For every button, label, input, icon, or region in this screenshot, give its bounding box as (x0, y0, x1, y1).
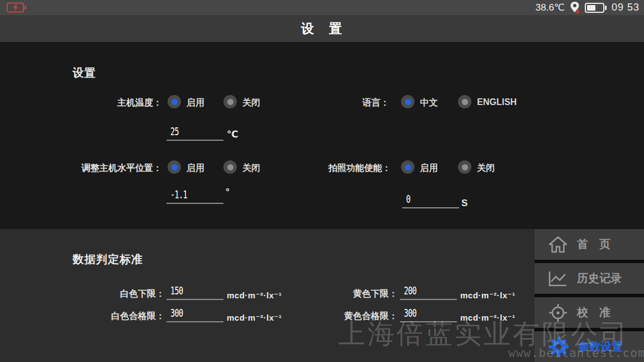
settings-section-title: 设置 (73, 65, 96, 80)
host-temp-unit: ℃ (227, 128, 238, 140)
white-pass-label: 白色合格限： (64, 311, 165, 322)
page-title: 设 置 (301, 20, 343, 37)
photo-disable-label[interactable]: 关闭 (477, 163, 495, 174)
language-en-radio[interactable] (458, 95, 471, 108)
host-temp-input[interactable]: 25 (166, 125, 223, 141)
photo-disable-radio[interactable] (458, 160, 471, 174)
status-bar: 38.6℃ 09 53 (0, 0, 644, 15)
white-pass-value: 300 (170, 306, 183, 320)
host-temp-value: 25 (170, 125, 179, 138)
yellow-lower-label: 黄色下限： (308, 288, 398, 300)
sidebar-item-history[interactable]: 历史记录 (535, 263, 644, 294)
level-angle-value: -1.1 (170, 188, 187, 201)
battery-level-icon (585, 3, 607, 13)
level-angle-input[interactable]: -1.1 (166, 188, 223, 204)
yellow-pass-value: 300 (404, 306, 417, 320)
crosshair-icon (548, 303, 568, 323)
host-temp-disable-radio[interactable] (223, 95, 237, 108)
sidebar-calibration-label: 校 准 (577, 305, 610, 320)
level-disable-label[interactable]: 关闭 (242, 163, 260, 174)
white-lower-input[interactable]: 150 (166, 284, 223, 300)
host-temp-enable-label[interactable]: 启用 (187, 97, 204, 109)
white-lower-label: 白色下限： (75, 288, 165, 300)
language-label: 语言： (335, 97, 389, 109)
yellow-pass-label: 黄色合格限： (297, 311, 398, 322)
language-cn-label[interactable]: 中文 (420, 97, 438, 109)
sidebar-item-calibration[interactable]: 校 准 (535, 297, 644, 328)
sidebar-history-label: 历史记录 (577, 271, 622, 286)
sidebar-home-label: 首 页 (577, 237, 610, 252)
level-adjust-label: 调整主机水平位置： (22, 163, 162, 174)
language-cn-radio[interactable] (401, 95, 414, 108)
history-chart-icon (548, 270, 568, 287)
sidebar-item-params[interactable]: 参数设置 (535, 331, 644, 362)
yellow-lower-unit: mcd·m⁻²·lx⁻¹ (460, 290, 516, 301)
white-pass-input[interactable]: 300 (166, 307, 223, 322)
photo-enable-radio[interactable] (401, 160, 414, 174)
yellow-pass-input[interactable]: 300 (400, 307, 457, 322)
white-pass-unit: mcd·m⁻²·lx⁻¹ (227, 313, 282, 323)
sidebar-item-home[interactable]: 首 页 (535, 229, 644, 260)
photo-func-label: 拍照功能使能： (313, 163, 391, 174)
white-lower-unit: mcd·m⁻²·lx⁻¹ (227, 290, 282, 301)
title-bar: 设 置 (0, 15, 644, 42)
level-disable-radio[interactable] (223, 160, 237, 174)
photo-delay-unit: S (461, 198, 468, 209)
white-lower-value: 150 (170, 284, 183, 297)
clock-time: 09 53 (612, 2, 640, 13)
sidebar-params-label: 参数设置 (578, 339, 623, 354)
home-icon (548, 236, 568, 253)
host-temp-disable-label[interactable]: 关闭 (242, 97, 260, 109)
sidebar-nav: 首 页 历史记录 校 准 (535, 229, 644, 362)
device-temperature: 38.6℃ (536, 2, 565, 13)
yellow-lower-value: 200 (404, 284, 417, 297)
photo-delay-value: 0 (406, 192, 411, 206)
location-pin-icon (570, 1, 580, 14)
level-enable-label[interactable]: 启用 (187, 163, 204, 174)
language-en-label[interactable]: ENGLISH (477, 97, 517, 107)
battery-charging-icon (7, 2, 27, 13)
photo-enable-label[interactable]: 启用 (420, 163, 438, 174)
host-temp-enable-radio[interactable] (168, 95, 181, 108)
photo-delay-input[interactable]: 0 (402, 193, 459, 208)
yellow-lower-input[interactable]: 200 (400, 284, 457, 300)
yellow-pass-unit: mcd·m⁻²·lx⁻¹ (460, 313, 516, 323)
gear-icon (548, 336, 569, 358)
device-screen: 38.6℃ 09 53 设 置 设置 主机温度： (0, 0, 644, 362)
host-temp-label: 主机温度： (50, 97, 162, 109)
criteria-section-title: 数据判定标准 (73, 252, 143, 267)
level-angle-unit: ° (226, 187, 230, 198)
level-enable-radio[interactable] (168, 160, 181, 174)
